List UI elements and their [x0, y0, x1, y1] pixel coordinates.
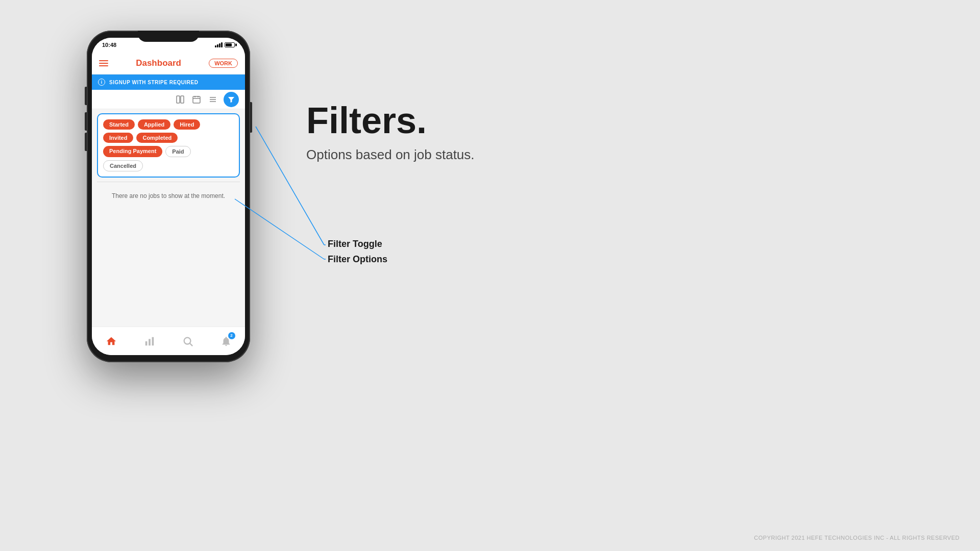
status-icons: [215, 42, 235, 47]
filter-chip-invited[interactable]: Invited: [103, 133, 133, 143]
svg-rect-10: [149, 339, 151, 345]
svg-point-12: [184, 337, 190, 344]
notch: [138, 31, 199, 42]
info-icon: i: [98, 79, 105, 86]
status-time: 10:48: [102, 42, 116, 48]
phone-mockup: 10:48 Dashboar: [87, 31, 250, 362]
toolbar: [92, 90, 245, 109]
svg-rect-2: [193, 96, 200, 103]
filter-toggle-label: Filter Toggle: [328, 239, 382, 249]
filter-chip-paid[interactable]: Paid: [165, 146, 190, 157]
right-content: Filters. Options based on job status.: [306, 102, 475, 163]
nav-search[interactable]: [178, 331, 198, 352]
card-view-icon[interactable]: [175, 94, 186, 105]
filter-chip-pending-payment[interactable]: Pending Payment: [103, 146, 162, 157]
filter-chip-cancelled[interactable]: Cancelled: [103, 160, 143, 171]
phone-screen: 10:48 Dashboar: [92, 38, 245, 355]
svg-rect-0: [177, 96, 180, 103]
svg-rect-9: [145, 341, 147, 345]
filter-row-1: Started Applied Hired: [103, 119, 234, 130]
signal-icon: [215, 42, 223, 47]
nav-stats[interactable]: [139, 331, 160, 352]
app-header: Dashboard WORK: [92, 52, 245, 74]
calendar-icon[interactable]: [191, 94, 202, 105]
filter-chip-started[interactable]: Started: [103, 119, 135, 130]
filter-toggle-button[interactable]: [224, 92, 239, 107]
hamburger-icon[interactable]: [99, 60, 108, 66]
battery-icon: [225, 42, 235, 47]
filter-row-4: Cancelled: [103, 160, 234, 171]
filter-chip-applied[interactable]: Applied: [138, 119, 170, 130]
stripe-banner-text: SIGNUP WITH STRIPE REQUIRED: [109, 80, 198, 85]
stripe-banner[interactable]: i SIGNUP WITH STRIPE REQUIRED: [92, 74, 245, 90]
svg-line-13: [190, 343, 192, 346]
phone-shell: 10:48 Dashboar: [87, 31, 250, 362]
filter-chip-completed[interactable]: Completed: [136, 133, 178, 143]
work-badge[interactable]: WORK: [209, 59, 238, 68]
notification-badge: 2: [228, 332, 235, 339]
page-subheadline: Options based on job status.: [306, 147, 475, 163]
empty-state-text: There are no jobs to show at the moment.: [92, 182, 245, 210]
filter-chip-hired[interactable]: Hired: [174, 119, 200, 130]
bottom-nav: 2: [92, 327, 245, 355]
svg-rect-1: [181, 96, 184, 103]
nav-home[interactable]: [101, 331, 121, 352]
app-title: Dashboard: [136, 58, 181, 68]
copyright-text: COPYRIGHT 2021 HEFE TECHNOLOGIES INC - A…: [754, 535, 960, 541]
list-icon[interactable]: [207, 94, 218, 105]
filter-row-2: Invited Completed: [103, 133, 234, 143]
svg-rect-11: [152, 337, 154, 345]
filter-options-panel: Started Applied Hired Invited Completed …: [97, 113, 240, 178]
filter-options-label: Filter Options: [328, 254, 387, 265]
nav-notifications[interactable]: 2: [216, 331, 236, 352]
filter-row-3: Pending Payment Paid: [103, 146, 234, 157]
page-headline: Filters.: [306, 102, 475, 139]
